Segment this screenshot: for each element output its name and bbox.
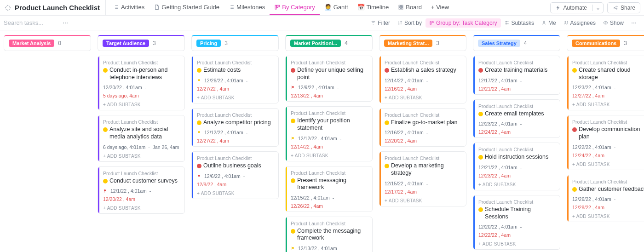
add-subtask-button[interactable]: + ADD SUBTASK	[103, 154, 180, 159]
toolbar-more-icon[interactable]: ⋯	[627, 20, 640, 26]
tab-activities[interactable]: Activities	[109, 0, 149, 15]
card-breadcrumb: Product Launch Checklist	[291, 221, 368, 226]
task-card[interactable]: Product Launch ChecklistConduct in-perso…	[98, 56, 185, 110]
search-input[interactable]	[4, 17, 59, 28]
add-subtask-button[interactable]: + ADD SUBTASK	[291, 153, 368, 158]
column-header[interactable]: Pricing3	[191, 35, 279, 51]
app-logo-icon	[4, 4, 12, 12]
column-header[interactable]: Marketing Strat...3	[379, 35, 466, 51]
add-subtask-button[interactable]: + ADD SUBTASK	[572, 102, 644, 107]
task-card[interactable]: Product Launch ChecklistDevelop communic…	[567, 115, 644, 170]
add-subtask-button[interactable]: + ADD SUBTASK	[103, 102, 180, 107]
status-dot-icon	[385, 164, 389, 168]
tab-board[interactable]: Board	[393, 0, 426, 15]
column-target-audience: Target Audience3Product Launch Checklist…	[98, 35, 185, 214]
add-subtask-button[interactable]: + ADD SUBTASK	[572, 214, 644, 219]
start-date: 12/15/22 , 4:01am	[291, 195, 330, 200]
search-more-icon[interactable]: ⋯	[59, 20, 72, 26]
card-title: Hold instruction sessions	[485, 154, 548, 161]
add-subtask-button[interactable]: + ADD SUBTASK	[103, 206, 180, 211]
tab-icon	[274, 4, 280, 10]
task-card[interactable]: Product Launch ChecklistEstablish a sale…	[379, 56, 466, 103]
show-button[interactable]: Show	[599, 20, 627, 26]
date-sep: -	[614, 85, 616, 90]
card-dates: 12/15/22 , 4:01am-12/17/22 , 4am	[385, 181, 461, 195]
card-title: Create shared cloud storage	[579, 67, 644, 81]
task-card[interactable]: Product Launch ChecklistPresent messagin…	[285, 166, 373, 212]
me-button[interactable]: Me	[538, 20, 560, 26]
header: Product Launch Checklist ActivitiesGetti…	[0, 0, 644, 16]
card-body: Product Launch ChecklistDevelop communic…	[569, 115, 644, 169]
card-breadcrumb: Product Launch Checklist	[197, 60, 274, 65]
add-subtask-button[interactable]: + ADD SUBTASK	[197, 95, 274, 100]
add-subtask-button[interactable]: + ADD SUBTASK	[478, 241, 555, 246]
task-card[interactable]: Product Launch ChecklistDefine your uniq…	[285, 56, 373, 102]
task-card[interactable]: Product Launch ChecklistCreate email tem…	[473, 99, 560, 138]
share-button[interactable]: Share	[607, 2, 640, 13]
add-subtask-button[interactable]: + ADD SUBTASK	[385, 198, 461, 203]
card-dates: 12/16/22 , 4:01am-12/20/22 , 4am	[385, 130, 461, 143]
column-count: 4	[345, 40, 348, 46]
assignees-button[interactable]: Assignees	[560, 20, 599, 26]
start-date: 12/13/22 , 4:01am	[298, 246, 337, 251]
column-header[interactable]: Communications3	[567, 35, 644, 51]
tab-gantt[interactable]: 🧑‍💼Gantt	[320, 0, 353, 15]
card-breadcrumb: Product Launch Checklist	[572, 179, 644, 184]
start-date: 12/9/22 , 4:01am	[298, 85, 334, 90]
tab-by-category[interactable]: By Category	[270, 0, 320, 15]
date-sep: -	[520, 78, 522, 83]
automate-button[interactable]: Automate ⌄	[550, 2, 604, 13]
show-label: Show	[610, 20, 624, 26]
task-card[interactable]: Product Launch ChecklistSchedule Trainin…	[473, 195, 560, 250]
card-breadcrumb: Product Launch Checklist	[385, 60, 461, 65]
column-header[interactable]: Sales Strategy4	[473, 35, 560, 51]
add-subtask-button[interactable]: + ADD SUBTASK	[572, 162, 644, 167]
tab--view[interactable]: + View	[426, 0, 454, 15]
card-breadcrumb: Product Launch Checklist	[572, 60, 644, 65]
task-card[interactable]: Product Launch ChecklistCreate shared cl…	[567, 56, 644, 110]
tab-getting-started-guide[interactable]: Getting Started Guide	[149, 0, 224, 15]
status-dot-icon	[478, 207, 483, 212]
column-count: 3	[224, 40, 228, 46]
task-card[interactable]: Product Launch ChecklistAnalyze site and…	[98, 115, 185, 161]
status-dot-icon	[291, 229, 295, 234]
group-by-button[interactable]: Group by: Task Category	[426, 18, 501, 28]
task-card[interactable]: Product Launch ChecklistCreate training …	[473, 56, 560, 95]
tab-milestones[interactable]: Milestones	[224, 0, 270, 15]
sort-button[interactable]: Sort by	[394, 20, 426, 26]
add-subtask-button[interactable]: + ADD SUBTASK	[385, 95, 461, 100]
card-body: Product Launch ChecklistDevelop a market…	[381, 152, 466, 206]
card-dates: 6 days ago, 4:01am-Jan 26, 4am	[103, 144, 180, 150]
tab-timeline[interactable]: 📅Timeline	[353, 0, 394, 15]
task-card[interactable]: Product Launch ChecklistFinalize go-to-m…	[379, 108, 466, 147]
task-card[interactable]: Product Launch ChecklistIdentify your po…	[285, 106, 373, 161]
flag-icon	[103, 189, 108, 193]
column-count: 0	[58, 40, 61, 46]
task-card[interactable]: Product Launch ChecklistGather customer …	[567, 175, 644, 223]
column-pill: Market Analysis	[9, 40, 54, 47]
card-dates: 12/23/22 , 4:01am-12/24/22 , 4am	[478, 121, 555, 135]
task-card[interactable]: Product Launch ChecklistComplete the mes…	[285, 217, 373, 252]
task-card[interactable]: Product Launch ChecklistOutline business…	[191, 151, 279, 199]
status-dot-icon	[291, 178, 295, 183]
subtasks-button[interactable]: Subtasks	[501, 20, 538, 26]
column-header[interactable]: Target Audience3	[98, 35, 185, 51]
column-header[interactable]: Market Analysis0	[4, 35, 91, 51]
task-card[interactable]: Product Launch ChecklistDevelop a market…	[379, 151, 466, 206]
column-header[interactable]: Market Positioni...4	[285, 35, 373, 51]
add-subtask-button[interactable]: + ADD SUBTASK	[197, 191, 274, 196]
chevron-down-icon[interactable]: ⌄	[592, 5, 603, 11]
card-breadcrumb: Product Launch Checklist	[478, 147, 555, 152]
eye-icon	[603, 20, 608, 25]
task-card[interactable]: Product Launch ChecklistEstimate costs12…	[191, 56, 279, 103]
task-card[interactable]: Product Launch ChecklistConduct customer…	[98, 166, 185, 214]
due-date: 12/23/22 , 4am	[478, 173, 511, 178]
due-date: 12/21/22 , 4am	[478, 86, 511, 92]
filter-button[interactable]: Filter	[367, 20, 394, 26]
card-title: Develop communication plan	[579, 126, 644, 140]
card-title: Outline business goals	[203, 162, 261, 170]
add-subtask-button[interactable]: + ADD SUBTASK	[478, 182, 555, 187]
task-card[interactable]: Product Launch ChecklistHold instruction…	[473, 143, 560, 190]
task-card[interactable]: Product Launch ChecklistAnalyze competit…	[191, 108, 279, 147]
column-pill: Market Positioni...	[290, 40, 341, 47]
